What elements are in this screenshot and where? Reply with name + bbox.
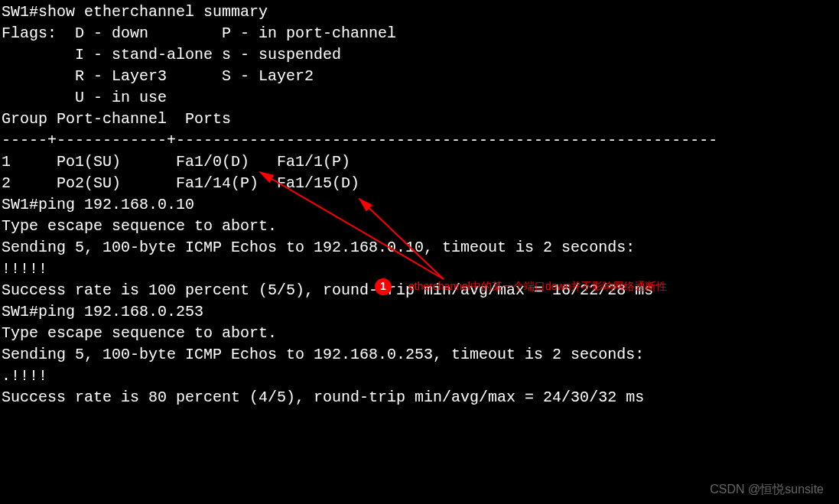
terminal-line: SW1#ping 192.168.0.253 [2, 301, 837, 323]
terminal-line: .!!!! [2, 366, 837, 387]
terminal-line: Type escape sequence to abort. [2, 323, 837, 344]
terminal-line: 1 Po1(SU) Fa1/0(D) Fa1/1(P) [2, 151, 837, 173]
terminal-output: SW1#show etherchannel summary Flags: D -… [2, 2, 837, 408]
terminal-line: I - stand-alone s - suspended [2, 44, 837, 66]
terminal-line: Sending 5, 100-byte ICMP Echos to 192.16… [2, 344, 837, 366]
terminal-line: Success rate is 100 percent (5/5), round… [2, 280, 837, 301]
terminal-line: Group Port-channel Ports [2, 109, 837, 130]
terminal-line: U - in use [2, 87, 837, 109]
terminal-line: Flags: D - down P - in port-channel [2, 23, 837, 44]
terminal-line: Type escape sequence to abort. [2, 216, 837, 237]
terminal-line: Success rate is 80 percent (4/5), round-… [2, 387, 837, 408]
watermark: CSDN @恒悦sunsite [710, 481, 824, 498]
terminal-line: 2 Po2(SU) Fa1/14(P) Fa1/15(D) [2, 173, 837, 194]
terminal-line: R - Layer3 S - Layer2 [2, 66, 837, 87]
terminal-line: Sending 5, 100-byte ICMP Echos to 192.16… [2, 237, 837, 259]
terminal-line: -----+------------+---------------------… [2, 130, 837, 151]
terminal-line: SW1#ping 192.168.0.10 [2, 194, 837, 216]
terminal-line: !!!!! [2, 259, 837, 280]
terminal-line: SW1#show etherchannel summary [2, 2, 837, 23]
